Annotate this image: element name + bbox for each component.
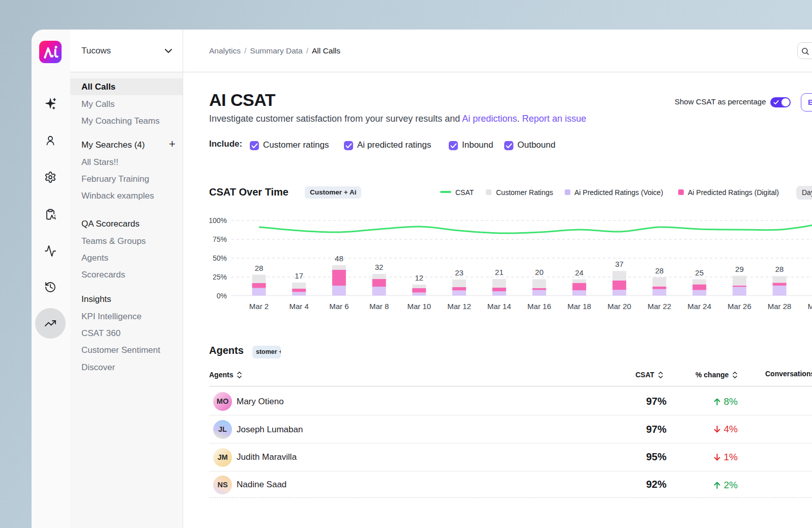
- svg-text:Mar 2: Mar 2: [249, 302, 269, 311]
- svg-text:Mar 22: Mar 22: [648, 302, 672, 311]
- svg-text:21: 21: [495, 268, 504, 276]
- svg-text:Mar 8: Mar 8: [369, 302, 389, 311]
- svg-text:23: 23: [455, 268, 463, 277]
- svg-text:Mar 12: Mar 12: [447, 302, 471, 311]
- svg-text:Mar 6: Mar 6: [329, 302, 349, 311]
- svg-text:25: 25: [695, 268, 704, 277]
- svg-text:Mar 20: Mar 20: [607, 302, 631, 311]
- svg-text:25%: 25%: [213, 273, 227, 281]
- svg-text:Mar 30: Mar 30: [807, 302, 812, 311]
- svg-text:50%: 50%: [213, 254, 227, 262]
- svg-text:Mar 28: Mar 28: [768, 302, 792, 311]
- svg-text:12: 12: [415, 273, 423, 282]
- svg-text:Mar 4: Mar 4: [289, 302, 309, 311]
- svg-text:100%: 100%: [209, 216, 227, 225]
- svg-text:24: 24: [575, 268, 584, 277]
- svg-text:Mar 10: Mar 10: [407, 302, 431, 311]
- svg-text:37: 37: [615, 260, 624, 268]
- svg-text:28: 28: [655, 266, 664, 275]
- svg-text:20: 20: [535, 268, 544, 276]
- svg-text:17: 17: [295, 271, 303, 280]
- svg-text:28: 28: [775, 265, 784, 273]
- svg-text:75%: 75%: [213, 235, 227, 243]
- svg-text:Mar 24: Mar 24: [687, 302, 711, 311]
- svg-text:Mar 14: Mar 14: [487, 302, 511, 311]
- svg-text:29: 29: [735, 265, 744, 273]
- svg-text:48: 48: [335, 254, 343, 263]
- svg-text:Mar 16: Mar 16: [528, 302, 552, 311]
- svg-text:32: 32: [375, 263, 384, 271]
- svg-text:0%: 0%: [217, 292, 227, 300]
- svg-text:Mar 26: Mar 26: [728, 302, 751, 311]
- svg-text:Mar 18: Mar 18: [567, 302, 591, 311]
- svg-text:28: 28: [255, 264, 264, 272]
